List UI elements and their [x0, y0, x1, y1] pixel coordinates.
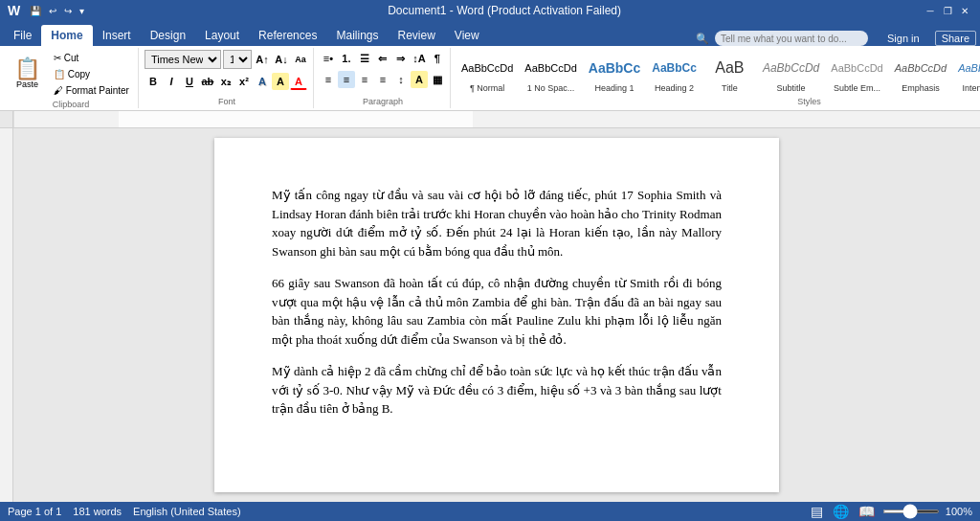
tab-file[interactable]: File: [4, 25, 41, 46]
bold-button[interactable]: B: [145, 73, 162, 90]
style-title[interactable]: AaB Title: [703, 50, 756, 95]
redo-button[interactable]: ↪: [62, 6, 74, 16]
show-formatting-button[interactable]: ¶: [429, 50, 446, 67]
styles-content: AaBbCcDd ¶ Normal AaBbCcDd 1 No Spac... …: [457, 50, 980, 95]
style-h2-label: Heading 2: [655, 83, 694, 93]
font-size-select[interactable]: 14: [223, 50, 252, 69]
print-layout-button[interactable]: ▤: [809, 504, 825, 519]
style-heading1[interactable]: AaBbCc Heading 1: [584, 50, 645, 95]
clear-format-button[interactable]: Aa: [292, 51, 309, 68]
status-right: ▤ 🌐 📖 100%: [809, 504, 972, 519]
save-button[interactable]: 💾: [28, 6, 43, 16]
minimize-button[interactable]: ─: [923, 3, 938, 18]
borders-button[interactable]: ▦: [429, 71, 446, 88]
ruler-svg: [13, 111, 980, 127]
paragraph-content: ≡• 1. ☰ ⇐ ⇒ ↕A ¶ ≡ ≡ ≡ ≡ ↕ A ▦: [320, 50, 446, 95]
text-effects-button[interactable]: A: [254, 73, 271, 90]
paste-icon: 📋: [14, 58, 40, 79]
paragraph-1[interactable]: Mỹ tấn công ngay từ đầu và sau vài cơ hộ…: [272, 186, 722, 260]
italic-button[interactable]: I: [163, 73, 180, 90]
styles-label: Styles: [457, 95, 980, 106]
copy-button[interactable]: 📋 Copy: [49, 66, 134, 81]
bullets-button[interactable]: ≡•: [320, 50, 337, 67]
tab-references[interactable]: References: [249, 25, 326, 46]
font-group: Times New Ro... 14 A↑ A↓ Aa B I U ab x₂ …: [141, 48, 314, 108]
justify-button[interactable]: ≡: [374, 71, 391, 88]
customize-button[interactable]: ▾: [78, 6, 86, 16]
align-center-button[interactable]: ≡: [338, 71, 355, 88]
tab-home[interactable]: Home: [41, 25, 92, 46]
numbering-button[interactable]: 1.: [338, 50, 355, 67]
underline-button[interactable]: U: [181, 73, 198, 90]
sign-in-button[interactable]: Sign in: [881, 31, 925, 46]
decrease-indent-button[interactable]: ⇐: [374, 50, 391, 67]
style-h1-label: Heading 1: [594, 83, 634, 93]
style-subtitle[interactable]: AaBbCcDd Subtitle: [758, 50, 824, 95]
window-title: Document1 - Word (Product Activation Fai…: [86, 4, 923, 17]
document-page: Mỹ tấn công ngay từ đầu và sau vài cơ hộ…: [214, 138, 779, 492]
tab-review[interactable]: Review: [388, 25, 444, 46]
style-nospace-label: 1 No Spac...: [527, 83, 575, 93]
quick-access-toolbar: W 💾 ↩ ↪ ▾: [8, 3, 86, 18]
style-heading2[interactable]: AaBbCc Heading 2: [647, 50, 702, 95]
status-bar: Page 1 of 1 181 words English (United St…: [0, 502, 980, 521]
subscript-button[interactable]: x₂: [217, 73, 234, 90]
grow-font-button[interactable]: A↑: [254, 51, 271, 68]
style-nospace[interactable]: AaBbCcDd 1 No Spac...: [520, 50, 581, 95]
page-count: Page 1 of 1: [8, 506, 61, 517]
align-right-button[interactable]: ≡: [356, 71, 373, 88]
word-icon: W: [8, 3, 20, 18]
tab-layout[interactable]: Layout: [195, 25, 249, 46]
strikethrough-button[interactable]: ab: [199, 73, 216, 90]
share-button[interactable]: Share: [935, 31, 976, 46]
style-emphasis-label: Emphasis: [902, 83, 940, 93]
align-left-button[interactable]: ≡: [320, 71, 337, 88]
tab-insert[interactable]: Insert: [93, 25, 141, 46]
ribbon-search-input[interactable]: [715, 31, 868, 46]
style-normal-label: ¶ Normal: [470, 83, 504, 93]
style-intense-em[interactable]: AaBbCcDd Intense E...: [953, 50, 980, 95]
font-color-button[interactable]: A: [290, 73, 307, 90]
style-h2-preview: AaBbCc: [652, 61, 697, 75]
shrink-font-button[interactable]: A↓: [273, 51, 290, 68]
search-icon: 🔍: [696, 33, 709, 45]
read-mode-button[interactable]: 📖: [857, 504, 877, 519]
format-painter-button[interactable]: 🖌 Format Painter: [49, 82, 134, 98]
close-button[interactable]: ✕: [957, 3, 972, 18]
cut-button[interactable]: ✂ Cut: [49, 50, 134, 65]
svg-rect-1: [119, 111, 473, 127]
paste-button[interactable]: 📋 Paste: [8, 51, 47, 97]
undo-button[interactable]: ↩: [47, 6, 58, 16]
style-emphasis-preview: AaBbCcDd: [895, 62, 947, 74]
restore-button[interactable]: ❐: [940, 3, 955, 18]
style-title-preview: AaB: [715, 59, 744, 77]
sort-button[interactable]: ↕A: [411, 50, 428, 67]
document-area[interactable]: Mỹ tấn công ngay từ đầu và sau vài cơ hộ…: [13, 128, 980, 502]
web-layout-button[interactable]: 🌐: [831, 504, 851, 519]
multilevel-button[interactable]: ☰: [356, 50, 373, 67]
increase-indent-button[interactable]: ⇒: [392, 50, 410, 67]
paragraph-3[interactable]: Mỹ dành cả hiệp 2 đã cầm chừng chỉ để bả…: [272, 362, 722, 419]
text-highlight-button[interactable]: A: [272, 73, 289, 90]
paragraph-group: ≡• 1. ☰ ⇐ ⇒ ↕A ¶ ≡ ≡ ≡ ≡ ↕ A ▦ Paragraph: [316, 48, 451, 108]
style-subtle-em[interactable]: AaBbCcDd Subtle Em...: [826, 50, 887, 95]
style-subtle-label: Subtle Em...: [834, 83, 880, 93]
zoom-slider[interactable]: [882, 510, 940, 513]
tab-design[interactable]: Design: [141, 25, 195, 46]
style-normal[interactable]: AaBbCcDd ¶ Normal: [457, 50, 518, 95]
left-margin-bar: [0, 128, 13, 502]
superscript-button[interactable]: x²: [235, 73, 253, 90]
style-normal-preview: AaBbCcDd: [461, 62, 513, 74]
style-emphasis[interactable]: AaBbCcDd Emphasis: [890, 50, 951, 95]
style-subtle-preview: AaBbCcDd: [831, 62, 882, 74]
language: English (United States): [133, 506, 241, 517]
font-name-select[interactable]: Times New Ro...: [145, 50, 221, 69]
paragraph-2[interactable]: 66 giây sau Swanson đã hoàn tất cú đúp, …: [272, 274, 722, 349]
shading-button[interactable]: A: [411, 71, 428, 88]
style-subtitle-label: Subtitle: [777, 83, 806, 93]
tab-mailings[interactable]: Mailings: [326, 25, 388, 46]
ruler: [13, 111, 980, 127]
tab-view[interactable]: View: [445, 25, 489, 46]
line-spacing-button[interactable]: ↕: [392, 71, 410, 88]
clipboard-label: Clipboard: [8, 98, 134, 109]
